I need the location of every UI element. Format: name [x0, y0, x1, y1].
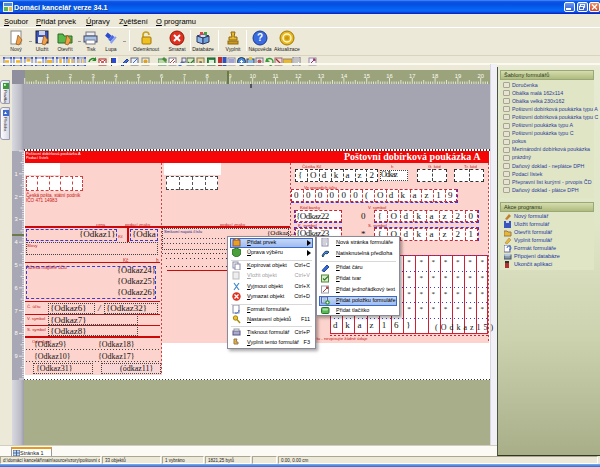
svg-text:10: 10: [249, 73, 255, 79]
svg-text:?: ?: [257, 32, 263, 43]
svg-text:4: 4: [114, 73, 118, 79]
svg-text:8: 8: [14, 330, 17, 336]
svg-text:2: 2: [69, 73, 72, 79]
svg-text:6: 6: [160, 73, 163, 79]
svg-text:15: 15: [363, 73, 369, 79]
svg-text:2: 2: [14, 194, 17, 200]
svg-text:9: 9: [14, 353, 17, 359]
svg-text:3: 3: [91, 73, 94, 79]
svg-text:3: 3: [14, 216, 17, 222]
svg-text:20: 20: [477, 73, 483, 79]
svg-text:13: 13: [318, 73, 324, 79]
svg-text:16: 16: [386, 73, 392, 79]
svg-text:18: 18: [432, 73, 438, 79]
svg-text:6: 6: [14, 285, 17, 291]
svg-text:7: 7: [183, 73, 186, 79]
svg-text:14: 14: [341, 73, 348, 79]
svg-text:1: 1: [14, 171, 17, 177]
svg-text:9: 9: [228, 73, 231, 79]
svg-text:5: 5: [137, 73, 140, 79]
svg-text:11: 11: [272, 73, 278, 79]
svg-text:19: 19: [455, 73, 461, 79]
svg-text:12: 12: [295, 73, 301, 79]
svg-text:8: 8: [205, 73, 208, 79]
svg-text:17: 17: [409, 73, 415, 79]
svg-text:1: 1: [46, 73, 49, 79]
svg-text:4: 4: [14, 239, 18, 245]
svg-text:5: 5: [14, 262, 17, 268]
svg-text:7: 7: [14, 308, 17, 314]
